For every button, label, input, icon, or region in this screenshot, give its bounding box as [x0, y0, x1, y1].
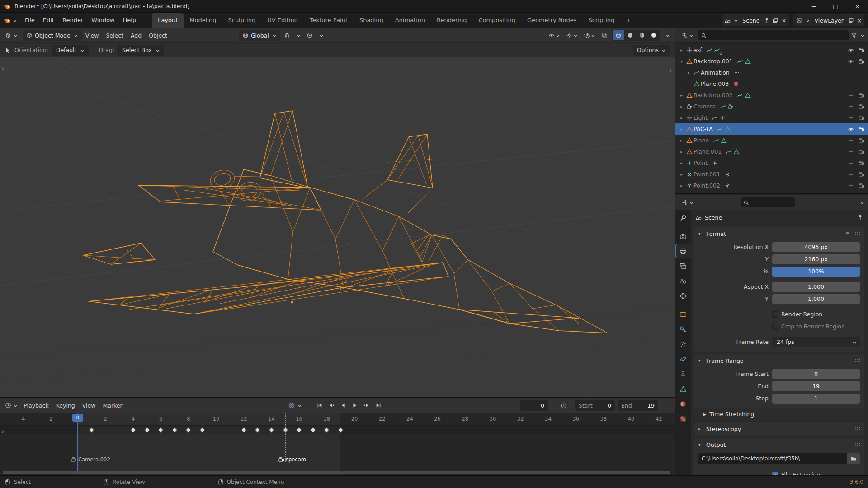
- timeline-strip[interactable]: › -4-20246810121416182022242628303234363…: [0, 413, 675, 476]
- timeline-scrollbar[interactable]: [3, 471, 670, 474]
- previous-keyframe-button[interactable]: [326, 400, 336, 411]
- orientation-default-dropdown[interactable]: Default: [52, 45, 89, 56]
- checkbox-format-render-region[interactable]: [772, 311, 778, 318]
- snap-dropdown[interactable]: [294, 30, 303, 41]
- shading-rendered-button[interactable]: [648, 30, 660, 40]
- properties-tab-world[interactable]: [675, 288, 691, 303]
- hide-in-viewport-toggle[interactable]: [845, 171, 856, 178]
- menu-keying[interactable]: Keying: [52, 400, 79, 411]
- properties-tab-scene[interactable]: [675, 273, 691, 288]
- outliner-row-backdrop-001[interactable]: ▾Backdrop.001: [675, 56, 868, 67]
- auto-keying-toggle[interactable]: [288, 402, 302, 409]
- frame-end-field[interactable]: End19: [618, 400, 658, 411]
- ruler-frame-number[interactable]: 26: [434, 416, 441, 422]
- ruler-frame-number[interactable]: 8: [187, 416, 190, 422]
- properties-tab-tool[interactable]: [675, 210, 691, 225]
- menu-edit[interactable]: Edit: [39, 14, 58, 26]
- expand-arrow[interactable]: ▸: [678, 104, 685, 109]
- outliner-row-point-001[interactable]: ▸Point.001: [675, 169, 868, 180]
- workspace-tab-layout[interactable]: Layout: [152, 13, 184, 28]
- disable-in-renders-toggle[interactable]: [856, 137, 866, 144]
- ruler-frame-number[interactable]: 24: [406, 416, 413, 422]
- ruler-frame-number[interactable]: -2: [47, 416, 52, 422]
- play-button[interactable]: [349, 400, 360, 411]
- time-stretching-subpanel[interactable]: ▸ Time Stretching: [694, 408, 864, 420]
- ruler-frame-number[interactable]: 28: [462, 416, 468, 422]
- preview-range-clock-icon[interactable]: [561, 402, 567, 408]
- workspace-tab-shading[interactable]: Shading: [354, 13, 389, 28]
- expand-arrow[interactable]: ▾: [678, 59, 685, 64]
- outliner-row-backdrop-002[interactable]: ▸Backdrop.002: [675, 89, 868, 101]
- expand-arrow[interactable]: ▸: [678, 138, 685, 143]
- output-path-field[interactable]: C:\Users\soila\Desktop\aircraft\f35b\: [698, 453, 847, 464]
- app-menu-button[interactable]: [0, 17, 21, 24]
- outliner-row-light[interactable]: ▸Light: [675, 112, 868, 123]
- properties-editor-type-button[interactable]: [679, 199, 696, 206]
- sidebar-toggle-arrow[interactable]: ‹: [669, 66, 672, 75]
- expand-arrow[interactable]: ▸: [678, 150, 685, 154]
- field-format-aspect-x[interactable]: 1.000: [772, 282, 860, 292]
- ruler-frame-number[interactable]: 16: [296, 416, 302, 422]
- jump-to-start-button[interactable]: [314, 400, 325, 411]
- menu-add[interactable]: Add: [127, 30, 145, 41]
- properties-tab-particles[interactable]: [675, 337, 691, 352]
- outliner-row-plane[interactable]: ▸Plane: [675, 135, 868, 146]
- timeline-toggle-arrow[interactable]: ›: [1, 427, 4, 436]
- unlink-icon[interactable]: [781, 18, 786, 23]
- outliner-row-plane-001[interactable]: ▸Plane.001: [675, 146, 868, 157]
- outliner-row-asf[interactable]: ▸asf2: [675, 44, 868, 56]
- timeline-marker-specam[interactable]: specam: [278, 456, 306, 463]
- new-scene-icon[interactable]: [772, 17, 778, 23]
- ruler-frame-number[interactable]: 20: [351, 416, 358, 422]
- expand-arrow[interactable]: ▸: [678, 93, 685, 98]
- close-button[interactable]: ×: [846, 0, 868, 12]
- properties-tab-render[interactable]: [675, 229, 691, 244]
- scene-selector[interactable]: Scene: [722, 14, 789, 26]
- hide-in-viewport-toggle[interactable]: [845, 47, 856, 53]
- properties-tab-data[interactable]: [675, 381, 691, 396]
- snap-toggle[interactable]: [282, 30, 292, 41]
- dropdown-format-frame-rate[interactable]: 24 fps: [772, 337, 860, 347]
- menu-object[interactable]: Object: [145, 30, 171, 41]
- hide-in-viewport-toggle[interactable]: [845, 126, 856, 132]
- ruler-frame-number[interactable]: 40: [628, 416, 635, 422]
- ruler-frame-number[interactable]: 2: [104, 416, 107, 422]
- expand-arrow[interactable]: ▸: [678, 127, 685, 131]
- properties-tab-modifiers[interactable]: [675, 322, 691, 337]
- outliner-row-animation[interactable]: ▸Animation: [675, 67, 868, 78]
- add-workspace-button[interactable]: +: [620, 13, 637, 28]
- properties-tab-texture[interactable]: [675, 411, 691, 426]
- browse-folder-button[interactable]: [847, 453, 860, 464]
- hide-in-viewport-toggle[interactable]: [845, 149, 856, 155]
- workspace-tab-texture-paint[interactable]: Texture Paint: [304, 13, 354, 28]
- expand-arrow[interactable]: ▸: [678, 48, 685, 52]
- ruler-frame-number[interactable]: 22: [379, 416, 386, 422]
- proportional-editing-toggle[interactable]: [305, 30, 315, 41]
- wireframe-aircraft[interactable]: [0, 57, 674, 397]
- shading-solid-button[interactable]: [624, 30, 636, 40]
- hide-in-viewport-toggle[interactable]: [845, 58, 856, 65]
- presets-icon[interactable]: [844, 230, 851, 237]
- workspace-tab-animation[interactable]: Animation: [389, 13, 431, 28]
- outliner-row-point-002[interactable]: ▸Point.002: [675, 180, 868, 191]
- outliner-row-point[interactable]: ▸Point: [675, 157, 868, 169]
- field-format-y[interactable]: 2160 px: [772, 254, 860, 264]
- menu-help[interactable]: Help: [119, 14, 141, 26]
- expand-arrow[interactable]: ▸: [678, 161, 685, 165]
- hide-in-viewport-toggle[interactable]: [845, 92, 856, 99]
- field-format-resolution-x[interactable]: 4096 px: [772, 242, 860, 252]
- remove-viewlayer-icon[interactable]: [856, 18, 862, 23]
- checkbox-file-extensions[interactable]: ✓: [772, 472, 778, 476]
- toolbar-toggle-arrow[interactable]: ›: [1, 65, 4, 73]
- new-viewlayer-icon[interactable]: [848, 17, 854, 23]
- workspace-tab-sculpting[interactable]: Sculpting: [222, 13, 261, 28]
- disable-in-renders-toggle[interactable]: [856, 126, 866, 132]
- outliner-row-pac-fa[interactable]: ▸PAC-FA: [675, 123, 868, 135]
- ruler-frame-number[interactable]: 18: [323, 416, 330, 422]
- mode-dropdown[interactable]: Object Mode: [23, 30, 82, 41]
- proportional-dropdown[interactable]: [316, 30, 326, 41]
- ruler-frame-number[interactable]: 30: [490, 416, 496, 422]
- options-dropdown[interactable]: Options: [633, 45, 670, 56]
- jump-to-end-button[interactable]: [373, 400, 383, 411]
- properties-tab-viewlayer[interactable]: [675, 258, 691, 273]
